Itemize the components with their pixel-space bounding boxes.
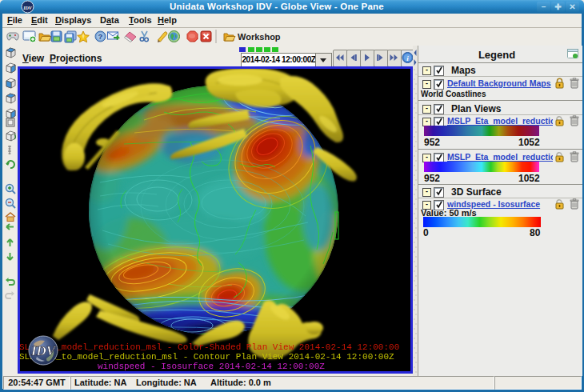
svg-text:IDV: IDV [22,6,33,10]
svg-text:IDV: IDV [30,343,57,358]
svg-text:Workshop: Workshop [238,32,281,42]
svg-text:?: ? [98,32,103,41]
